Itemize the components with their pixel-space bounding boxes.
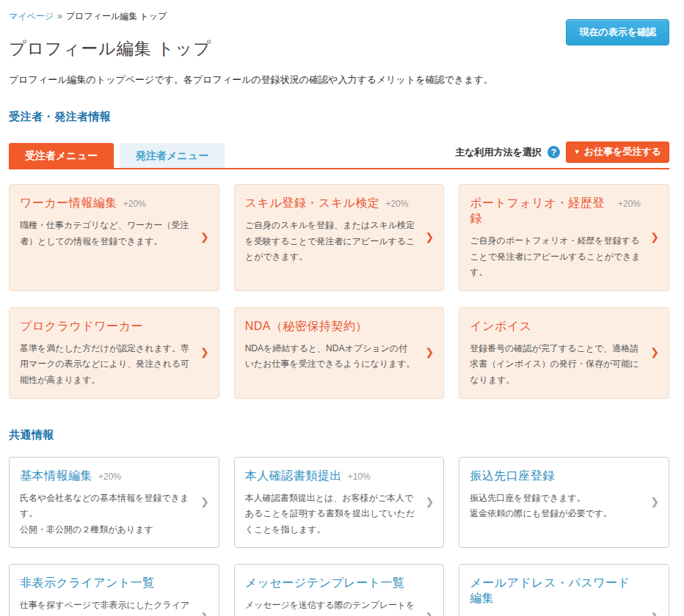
card-title: NDA（秘密保持契約） <box>245 319 368 334</box>
card-title: ワーカー情報編集 <box>20 196 117 211</box>
chevron-right-icon: ❯ <box>426 231 434 243</box>
chevron-right-icon: ❯ <box>200 496 209 507</box>
profile-card[interactable]: ワーカー情報編集 +20% 職種・仕事カテゴリなど、ワーカー（受注者）としての情… <box>9 184 219 291</box>
card-title: プロクラウドワーカー <box>20 319 143 334</box>
card-title: メッセージテンプレート一覧 <box>245 576 405 591</box>
card-title: インボイス <box>470 319 531 334</box>
tab-worker-menu[interactable]: 受注者メニュー <box>9 143 114 168</box>
card-description: ログイン情報を編集できます。メールアドレス・パスワードの変更はこちらから行ってく… <box>470 613 641 616</box>
card-header: スキル登録・スキル検定 +20% <box>245 196 416 211</box>
chevron-right-icon: ❯ <box>426 496 434 507</box>
card-header: 本人確認書類提出 +10% <box>245 469 416 484</box>
card-completion-badge: +20% <box>98 472 121 482</box>
card-header: メールアドレス・パスワード編集 <box>470 576 641 606</box>
usage-method-label: 主な利用方法を選択 <box>455 146 542 159</box>
profile-card[interactable]: 非表示クライアント一覧 仕事を探すページで非表示にしたクライアントの設定を変更す… <box>9 564 219 616</box>
chevron-right-icon: ❯ <box>426 346 434 358</box>
chevron-right-icon: ❯ <box>200 231 209 243</box>
profile-card[interactable]: プロクラウドワーカー 基準を満たした方だけが認定されます。専用マークの表示などに… <box>9 307 219 399</box>
profile-edit-page: マイページ»プロフィール編集 トップ 現在の表示を確認 プロフィール編集 トップ… <box>0 0 684 616</box>
chevron-right-icon: ❯ <box>200 346 209 358</box>
card-completion-badge: +20% <box>123 199 146 209</box>
breadcrumb-current: プロフィール編集 トップ <box>66 11 167 21</box>
chevron-down-icon: ▼ <box>574 149 581 155</box>
card-completion-badge: +10% <box>348 472 371 482</box>
card-description: ご自身のポートフォリオ・経歴を登録することで発注者にアピールすることができます。 <box>470 233 641 281</box>
card-description: 基準を満たした方だけが認定されます。専用マークの表示などにより、発注される可能性… <box>20 341 191 389</box>
chevron-right-icon: ❯ <box>650 496 659 507</box>
check-current-display-button[interactable]: 現在の表示を確認 <box>566 19 669 45</box>
chevron-right-icon: ❯ <box>650 231 659 243</box>
chevron-right-icon: ❯ <box>426 611 434 616</box>
chevron-right-icon: ❯ <box>650 611 659 616</box>
section-heading-worker-client-info: 受注者・発注者情報 <box>9 110 669 124</box>
help-icon[interactable]: ? <box>547 146 560 158</box>
card-description: ご自身のスキルを登録、またはスキル検定を受験することで発注者にアピールすることが… <box>245 218 416 265</box>
receive-work-button[interactable]: ▼ お仕事を受注する <box>566 142 669 163</box>
card-header: 非表示クライアント一覧 <box>20 576 191 591</box>
profile-card[interactable]: 基本情報編集 +20% 氏名や会社名などの基本情報を登録できます。 公開・非公開… <box>9 457 219 549</box>
card-completion-badge: +20% <box>385 199 408 209</box>
card-header: プロクラウドワーカー <box>20 319 191 334</box>
card-title: スキル登録・スキル検定 <box>245 196 380 211</box>
common-cards-grid: 基本情報編集 +20% 氏名や会社名などの基本情報を登録できます。 公開・非公開… <box>9 457 669 616</box>
card-completion-badge: +20% <box>618 199 641 209</box>
card-description: 仕事を探すページで非表示にしたクライアントの設定を変更することができます。 <box>20 598 191 616</box>
page-description: プロフィール編集のトップページです。各プロフィールの登録状況の確認や入力するメリ… <box>9 73 669 87</box>
profile-card[interactable]: メッセージテンプレート一覧 メッセージを送信する際のテンプレートを 事前に登録す… <box>234 564 445 616</box>
card-title: 非表示クライアント一覧 <box>20 576 155 591</box>
worker-cards-grid: ワーカー情報編集 +20% 職種・仕事カテゴリなど、ワーカー（受注者）としての情… <box>9 184 669 399</box>
section-heading-common-info: 共通情報 <box>9 428 669 442</box>
tabs: 受注者メニュー 発注者メニュー <box>9 143 225 168</box>
card-description: 振込先口座を登録できます。 返金依頼の際にも登録が必要です。 <box>470 491 641 522</box>
chevron-right-icon: ❯ <box>200 611 209 616</box>
card-description: 氏名や会社名などの基本情報を登録できます。 公開・非公開の２種類があります <box>20 491 191 538</box>
card-description: メッセージを送信する際のテンプレートを 事前に登録することができます。 <box>245 598 416 616</box>
card-header: ポートフォリオ・経歴登録 +20% <box>470 196 641 227</box>
card-header: メッセージテンプレート一覧 <box>245 576 416 591</box>
usage-method-group: 主な利用方法を選択 ? ▼ お仕事を受注する <box>455 142 669 168</box>
card-description: 職種・仕事カテゴリなど、ワーカー（受注者）としての情報を登録できます。 <box>20 218 191 249</box>
card-title: ポートフォリオ・経歴登録 <box>470 196 612 227</box>
breadcrumb-link-mypage[interactable]: マイページ <box>9 11 54 21</box>
receive-work-button-label: お仕事を受注する <box>584 145 661 158</box>
card-header: 振込先口座登録 <box>470 469 641 484</box>
card-header: ワーカー情報編集 +20% <box>20 196 191 211</box>
profile-card[interactable]: スキル登録・スキル検定 +20% ご自身のスキルを登録、またはスキル検定を受験す… <box>234 184 445 291</box>
card-title: 基本情報編集 <box>20 469 92 484</box>
card-description: NDAを締結すると、NDAオプションの付いたお仕事を受注できるようになります。 <box>245 341 416 373</box>
card-title: 振込先口座登録 <box>470 469 555 484</box>
tab-client-menu[interactable]: 発注者メニュー <box>120 143 225 168</box>
breadcrumb-separator: » <box>57 11 62 21</box>
chevron-right-icon: ❯ <box>650 346 659 358</box>
card-header: 基本情報編集 +20% <box>20 469 191 484</box>
card-description: 登録番号の確認が完了することで、適格請求書（インボイス）の発行・保存が可能になり… <box>470 341 641 389</box>
profile-card[interactable]: 本人確認書類提出 +10% 本人確認書類提出とは、お客様がご本人であることを証明… <box>234 457 445 549</box>
profile-card[interactable]: メールアドレス・パスワード編集 ログイン情報を編集できます。メールアドレス・パス… <box>459 564 669 616</box>
card-header: インボイス <box>470 319 641 334</box>
card-header: NDA（秘密保持契約） <box>245 319 416 334</box>
card-description: 本人確認書類提出とは、お客様がご本人であることを証明する書類を提出していただくこ… <box>245 491 416 538</box>
profile-card[interactable]: NDA（秘密保持契約） NDAを締結すると、NDAオプションの付いたお仕事を受注… <box>234 307 445 399</box>
card-title: メールアドレス・パスワード編集 <box>470 576 635 606</box>
card-title: 本人確認書類提出 <box>245 469 342 484</box>
profile-card[interactable]: 振込先口座登録 振込先口座を登録できます。 返金依頼の際にも登録が必要です。 ❯ <box>459 457 669 549</box>
tab-bar: 受注者メニュー 発注者メニュー 主な利用方法を選択 ? ▼ お仕事を受注する <box>9 142 669 169</box>
profile-card[interactable]: インボイス 登録番号の確認が完了することで、適格請求書（インボイス）の発行・保存… <box>459 307 669 399</box>
profile-card[interactable]: ポートフォリオ・経歴登録 +20% ご自身のポートフォリオ・経歴を登録することで… <box>459 184 669 291</box>
